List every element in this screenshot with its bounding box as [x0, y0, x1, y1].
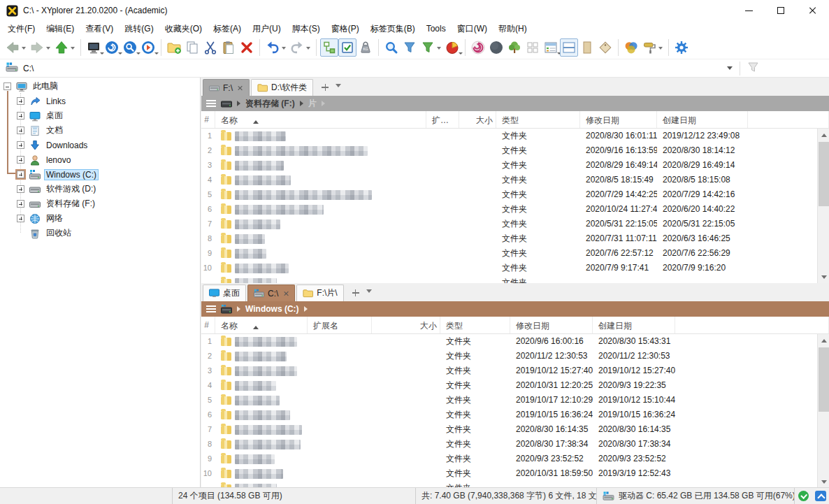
menu-item-0[interactable]: 文件(F)	[2, 22, 41, 36]
paste-icon[interactable]	[219, 38, 238, 57]
find-now-icon[interactable]	[121, 38, 139, 57]
file-row[interactable]: 8文件夹2020/7/31 11:07:112020/6/3 16:46:25	[201, 231, 829, 246]
file-row[interactable]: 6文件夹2019/10/15 16:36:242019/10/15 16:36:…	[201, 408, 829, 422]
column-header-index[interactable]: #	[201, 317, 215, 333]
style-brush-icon[interactable]	[640, 38, 658, 57]
scroll-thumb[interactable]	[819, 347, 829, 412]
column-header-type[interactable]: 类型	[496, 111, 580, 128]
plus-expander-icon[interactable]	[17, 171, 24, 178]
plus-expander-icon[interactable]	[17, 215, 24, 222]
file-row[interactable]: 3文件夹2019/10/12 15:27:402019/10/12 15:27:…	[201, 363, 829, 378]
breadcrumb-arrow-icon[interactable]	[237, 306, 240, 312]
menu-item-6[interactable]: 用户(U)	[247, 22, 287, 36]
column-header-ext[interactable]: 扩展名	[308, 317, 372, 333]
live-filter-icon[interactable]	[382, 38, 401, 57]
plus-expander-icon[interactable]	[17, 112, 24, 120]
file-row[interactable]: 6文件夹2020/10/24 11:27:472020/6/20 14:40:2…	[201, 202, 829, 217]
tree-item-network[interactable]: 网络	[0, 211, 200, 226]
column-header-type[interactable]: 类型	[440, 317, 510, 333]
tree-item-recycle[interactable]: 回收站	[0, 226, 200, 240]
file-row[interactable]: 2文件夹2020/11/2 12:30:532020/11/2 12:30:53	[201, 349, 829, 363]
file-row-partial[interactable]: 文件夹	[201, 275, 829, 283]
tab-list-dropdown-icon[interactable]	[366, 289, 372, 296]
column-header-index[interactable]: #	[201, 111, 215, 128]
scroll-up-icon[interactable]	[818, 129, 829, 141]
new-folder-icon[interactable]	[165, 38, 183, 57]
show-screen-icon[interactable]	[85, 38, 103, 57]
menu-item-3[interactable]: 跳转(G)	[119, 22, 159, 36]
column-header-modified[interactable]: 修改日期	[580, 111, 657, 128]
minus-expander-icon[interactable]	[3, 82, 11, 90]
column-header-created[interactable]: 创建日期	[657, 111, 748, 128]
tab-d-software[interactable]: D:\软件类	[251, 79, 313, 96]
notes-paper-icon[interactable]	[578, 38, 596, 57]
file-row[interactable]: 7文件夹2020/8/30 16:14:352020/8/30 16:14:35	[201, 422, 829, 437]
menu-item-11[interactable]: 窗口(W)	[452, 22, 493, 36]
file-row[interactable]: 7文件夹2020/5/31 22:15:052020/5/31 22:15:05	[201, 217, 829, 231]
plus-expander-icon[interactable]	[17, 200, 24, 208]
file-row[interactable]: 10文件夹2020/10/31 18:59:502019/3/19 12:52:…	[201, 466, 829, 481]
menu-item-7[interactable]: 脚本(S)	[287, 22, 326, 36]
close-button[interactable]	[797, 0, 829, 21]
new-tab-button[interactable]	[349, 287, 362, 299]
back-dropdown-caret[interactable]	[22, 47, 26, 52]
file-row[interactable]: 5文件夹2020/7/29 14:42:252020/7/29 14:42:16	[201, 187, 829, 202]
forward-icon[interactable]	[28, 38, 46, 57]
column-header-modified[interactable]: 修改日期	[510, 317, 593, 333]
brush-dropdown-caret[interactable]	[658, 47, 663, 52]
visual-filter-icon[interactable]	[747, 62, 759, 75]
thumbnails-grid-icon[interactable]	[524, 38, 542, 57]
tree-item-drive-d[interactable]: 软件游戏 (D:)	[0, 182, 200, 196]
menu-item-1[interactable]: 编辑(E)	[41, 22, 80, 36]
scroll-thumb[interactable]	[819, 142, 829, 206]
tree-item-drive-f[interactable]: 资料存储 (F:)	[0, 196, 200, 211]
file-row[interactable]: 2文件夹2020/9/16 16:13:592020/8/30 18:14:12	[201, 143, 829, 158]
scroll-down-icon[interactable]	[818, 271, 829, 283]
file-row[interactable]: 8文件夹2020/8/30 17:38:342020/8/30 17:38:34	[201, 437, 829, 452]
close-tab-icon[interactable]	[283, 291, 289, 296]
column-header-ext[interactable]: 扩…	[426, 111, 459, 128]
column-header-created[interactable]: 创建日期	[593, 317, 675, 333]
column-header-size[interactable]: 大小	[372, 317, 440, 333]
plus-expander-icon[interactable]	[17, 127, 24, 134]
tree-item-lenovo[interactable]: lenovo	[0, 152, 200, 167]
breadcrumb-arrow-icon[interactable]	[300, 101, 303, 106]
back-icon[interactable]	[3, 38, 22, 57]
copy-icon[interactable]	[183, 38, 201, 57]
calc-folder-sizes-icon[interactable]: KG	[356, 38, 375, 57]
scroll-down-icon[interactable]	[818, 476, 829, 488]
close-tab-icon[interactable]	[238, 85, 243, 91]
folder-tree-icon[interactable]	[505, 38, 524, 57]
tab-f-pian[interactable]: F:\片\	[296, 285, 343, 301]
spiral-icon[interactable]	[469, 38, 487, 57]
tree-item-drive-c[interactable]: Windows (C:)	[0, 167, 200, 182]
scrollbar[interactable]	[817, 129, 829, 283]
file-row[interactable]: 10文件夹2020/7/9 9:17:412020/7/9 9:16:20	[201, 261, 829, 275]
file-row[interactable]: 9文件夹2020/7/6 22:57:122020/7/6 22:56:29	[201, 246, 829, 261]
redo-dropdown-caret[interactable]	[306, 47, 310, 52]
file-row[interactable]: 1文件夹2020/8/30 16:01:112019/12/12 23:49:0…	[201, 129, 829, 143]
forward-dropdown-caret[interactable]	[46, 47, 50, 52]
up-icon[interactable]	[52, 38, 71, 57]
tag-icon[interactable]	[596, 38, 614, 57]
breadcrumb-segment[interactable]: 资料存储 (F:)	[245, 98, 295, 110]
address-path[interactable]: C:\	[23, 64, 34, 73]
filter-dropdown-caret[interactable]	[437, 47, 441, 52]
breadcrumb-arrow-icon[interactable]	[304, 306, 308, 312]
breadcrumb-arrow-icon[interactable]	[322, 101, 325, 106]
color-filters-icon[interactable]	[622, 38, 640, 57]
status-up-segment[interactable]	[812, 488, 829, 504]
column-header-size[interactable]: 大小	[459, 111, 496, 128]
breadcrumb-segment-dim[interactable]: 片	[308, 98, 317, 110]
redo-icon[interactable]	[288, 38, 306, 57]
drive-icon[interactable]	[221, 99, 232, 108]
tab-f-drive[interactable]: F:\	[203, 79, 250, 96]
menu-item-4[interactable]: 收藏夹(O)	[159, 22, 208, 36]
chevron-up-icon[interactable]	[815, 491, 826, 501]
column-header-name[interactable]: 名称	[215, 111, 426, 128]
menu-item-5[interactable]: 标签(A)	[208, 22, 247, 36]
minimize-button[interactable]	[733, 0, 765, 21]
sysdrive-icon[interactable]	[221, 305, 232, 314]
menu-item-10[interactable]: Tools	[421, 22, 452, 35]
tree-item-desktop[interactable]: 桌面	[0, 108, 200, 123]
